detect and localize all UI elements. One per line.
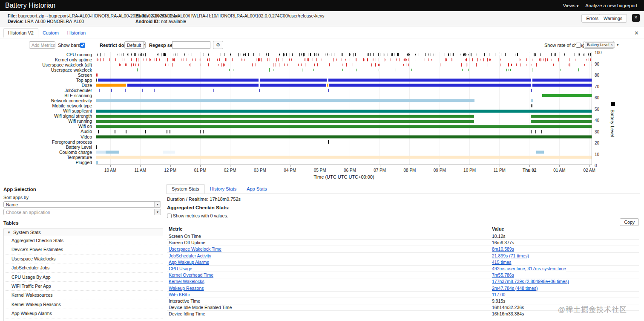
gear-icon[interactable]: ⚙: [213, 41, 223, 49]
value-link[interactable]: 2m47.784s (448 times): [492, 286, 538, 291]
show-bars-checkbox[interactable]: [80, 43, 85, 48]
restrict-domain-select[interactable]: Default ▼: [124, 41, 146, 49]
tick-mark: [332, 58, 332, 61]
tick-mark: [98, 59, 98, 61]
tick-mark: [165, 53, 166, 55]
tick-mark: [259, 89, 260, 92]
tick-mark: [483, 58, 484, 61]
tick-mark: [466, 54, 466, 55]
timeline-row-label: Network connectivity: [0, 98, 92, 103]
table-row: WiFi KB/hr117.00: [167, 292, 639, 298]
tick-mark: [365, 59, 365, 61]
y-tick-label: 70: [595, 84, 599, 89]
tick-mark: [316, 54, 316, 56]
table-item-device-s-power-estimates[interactable]: Device's Power Estimates: [4, 245, 163, 254]
x-tick-label: Thu 02: [523, 168, 536, 173]
timeline-chart: CPU runningKernel only uptimeUserspace w…: [0, 50, 644, 183]
choose-application-select[interactable]: Choose an application ▼: [3, 209, 161, 215]
tick-mark: [408, 58, 408, 61]
tick-mark: [396, 69, 396, 72]
tick-mark: [219, 58, 220, 61]
table-item-time-spent-in-each-app-state[interactable]: Time Spent In Each App State: [4, 318, 163, 321]
metric-link[interactable]: Userspace Wakelock Time: [169, 246, 221, 252]
tab-custom[interactable]: Custom: [38, 29, 63, 37]
value-link[interactable]: 492ms user time, 317ms system time: [492, 266, 566, 271]
table-row: JobScheduler Activity21.899s (71 times): [167, 253, 639, 259]
tick-mark: [138, 64, 139, 66]
metric-link[interactable]: JobScheduler Activity: [169, 253, 211, 258]
tick-mark: [403, 59, 403, 61]
metric-link[interactable]: Wakeup Reasons: [169, 286, 204, 291]
value-link[interactable]: 7m55.786s: [492, 272, 514, 278]
tick-mark: [477, 58, 478, 61]
value-link[interactable]: 8m10.589s: [492, 246, 514, 252]
value-link[interactable]: 117.00: [492, 292, 505, 297]
stats-tab-app-stats[interactable]: App Stats: [242, 185, 272, 193]
table-item-aggregated-checkin-stats[interactable]: Aggregated Checkin Stats: [4, 236, 163, 245]
warnings-button[interactable]: Warnings: [599, 14, 627, 23]
tick-mark: [131, 58, 132, 61]
tables-section-system-stats[interactable]: ▼System Stats: [4, 229, 163, 236]
tick-mark: [259, 58, 259, 61]
bar-segment: [260, 79, 327, 82]
analyze-new-bugreport-link[interactable]: Analyze a new bugreport: [585, 3, 637, 8]
chevron-down-icon[interactable]: ▼: [143, 42, 146, 48]
table-item-userspace-wakelocks[interactable]: Userspace Wakelocks: [4, 254, 163, 263]
tick-mark: [516, 64, 516, 66]
x-tickmark: [140, 165, 141, 167]
tick-mark: [299, 53, 300, 56]
table-item-wifi-traffic-per-app[interactable]: WiFi Traffic Per App: [4, 282, 163, 291]
table-row: Userspace Wakelock Time8m10.589s: [167, 246, 639, 252]
chevron-down-icon[interactable]: ▼: [154, 202, 161, 207]
tick-mark: [505, 53, 506, 56]
tick-mark: [545, 58, 546, 61]
metric-link[interactable]: WiFi KB/hr: [169, 292, 190, 297]
sort-apps-select[interactable]: Name ▼: [3, 201, 161, 208]
zero-values-checkbox[interactable]: [167, 214, 172, 218]
add-metrics-placeholder: Add Metrics: [29, 42, 55, 48]
chevron-down-icon[interactable]: ▼: [616, 43, 619, 46]
sort-apps-label: Sort apps by: [3, 195, 163, 200]
value-link[interactable]: 415 times: [492, 260, 512, 265]
metric-link[interactable]: CPU Usage: [169, 266, 192, 271]
value-link[interactable]: 177h37m8.739s (2.804998e+06 times): [492, 279, 569, 284]
views-menu[interactable]: Views▾: [563, 3, 579, 8]
value-link[interactable]: 21.899s (71 times): [492, 253, 529, 258]
regexp-search-input[interactable]: [172, 41, 210, 49]
tick-mark: [305, 58, 305, 61]
tick-mark: [170, 130, 170, 133]
stats-tab-history-stats[interactable]: History Stats: [205, 185, 242, 193]
chevron-down-icon[interactable]: ▼: [154, 209, 161, 215]
metric-link[interactable]: Kernel Overhead Time: [169, 272, 213, 278]
tick-mark: [310, 53, 310, 56]
table-item-app-wakeup-alarms[interactable]: App Wakeup Alarms: [4, 309, 163, 318]
add-metrics-combobox[interactable]: Add Metrics ▼: [29, 41, 55, 49]
table-item-kernel-wakesources[interactable]: Kernel Wakesources: [4, 291, 163, 300]
value-text: 16m6.377s: [492, 240, 514, 245]
x-tickmark: [290, 165, 290, 167]
metric-cell: WiFi KB/hr: [169, 292, 492, 297]
remove-chip-icon[interactable]: ×: [611, 43, 613, 47]
show-rate-checkbox[interactable]: [576, 43, 581, 48]
table-item-cpu-usage-by-app[interactable]: CPU Usage By App: [4, 273, 163, 282]
tick-mark: [207, 59, 208, 61]
metric-link[interactable]: Kernel Wakelocks: [169, 279, 204, 284]
level-metric-select[interactable]: Battery Level × ▼: [584, 41, 614, 49]
close-tab-icon[interactable]: ✕: [634, 30, 639, 36]
close-info-button[interactable]: ×: [632, 14, 640, 22]
table-item-jobscheduler-jobs[interactable]: JobScheduler Jobs: [4, 263, 163, 272]
metric-link[interactable]: App Wakeup Alarms: [169, 260, 209, 265]
stats-tab-system-stats[interactable]: System Stats: [166, 184, 205, 194]
tab-historian[interactable]: Historian: [63, 29, 90, 37]
bar-segment: [536, 150, 544, 153]
tick-mark: [395, 59, 395, 61]
tick-mark: [305, 64, 305, 67]
tick-mark: [278, 58, 279, 61]
tick-mark: [224, 53, 224, 56]
metric-cell: Device Idle Mode Enabled Time: [169, 305, 492, 310]
table-item-kernel-wakeup-reasons[interactable]: Kernel Wakeup Reasons: [4, 300, 163, 309]
tab-historian-v2[interactable]: Historian V2: [3, 28, 38, 38]
y-tick-label: 20: [595, 141, 599, 145]
timeline-plot[interactable]: [96, 52, 592, 165]
tick-mark: [500, 59, 501, 61]
